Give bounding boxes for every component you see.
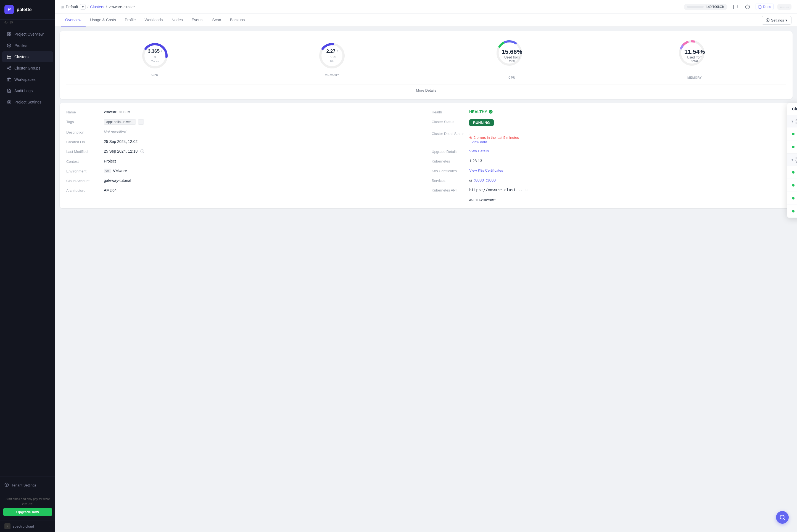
mem-donut-small: 2.27 / 16.25 Gb: [317, 41, 347, 71]
sidebar-item-audit-logs[interactable]: Audit Logs: [2, 85, 53, 96]
tab-scan[interactable]: Scan: [208, 14, 225, 26]
desc-label: Description: [66, 130, 99, 134]
svg-rect-1: [10, 33, 11, 34]
env-label: Environment: [66, 169, 99, 173]
chevron-down-icon: ▾: [792, 158, 793, 162]
cloud-value: gateway-tutorial: [104, 178, 131, 183]
docs-button[interactable]: Docs: [756, 4, 774, 10]
settings-label: Settings: [771, 18, 784, 22]
overview-metrics-section: 3.365 / 8 Cores CPU: [60, 31, 793, 99]
sidebar-item-label: Tenant Settings: [12, 483, 36, 487]
sidebar-item-cluster-groups[interactable]: Cluster Groups: [2, 63, 53, 74]
spectro-logo-icon: S: [4, 523, 11, 529]
detail-env-row: Environment vm VMware: [66, 169, 421, 173]
upgrade-section: Start small and only pay for what you us…: [0, 494, 55, 520]
copy-icon[interactable]: ⊕: [524, 188, 528, 192]
view-data-link[interactable]: View data: [471, 140, 487, 144]
env-value-container: vm VMware: [104, 169, 127, 173]
sidebar-item-profiles[interactable]: Profiles: [2, 40, 53, 51]
name-value: vmware-cluster: [104, 110, 130, 114]
addon-profile-type: ADDON PROFILE TF-VMWARE-PROFILE: [795, 118, 797, 125]
expand-icon[interactable]: ›: [469, 131, 471, 135]
profile-hello-universe[interactable]: 🚀 Hello Universe 1.2.0 ›: [787, 128, 797, 140]
upgrade-button[interactable]: Upgrade now: [3, 508, 52, 516]
tab-workloads[interactable]: Workloads: [140, 14, 167, 26]
workspace-dropdown[interactable]: ▾: [80, 4, 86, 10]
tab-nodes[interactable]: Nodes: [167, 14, 187, 26]
detail-status-container: › ⊗ 2 errors in the last 5 minutes View …: [469, 131, 519, 144]
cpu-value: 3.365: [148, 49, 160, 54]
info-icon[interactable]: ⓘ: [140, 149, 144, 153]
api-value: https://vmware-clust...: [469, 188, 523, 192]
sidebar-item-clusters[interactable]: Clusters: [2, 51, 53, 62]
logo-text: palette: [17, 7, 32, 13]
spectro-name: spectro cloud: [13, 524, 34, 528]
profile-vsphere-csi[interactable]: vm vSphere CSI 3.1.2 ›: [787, 166, 797, 179]
clusters-breadcrumb[interactable]: Clusters: [90, 5, 104, 9]
upgrade-link[interactable]: View Details: [469, 149, 489, 153]
detail-arch-row: Architecture AMD64: [66, 188, 421, 193]
briefcase-icon: [7, 77, 12, 82]
port1-link[interactable]: :8080: [474, 178, 484, 183]
sidebar-item-label: Profiles: [14, 43, 28, 48]
sidebar-item-label: Workspaces: [14, 77, 36, 82]
sidebar-item-project-settings[interactable]: Project Settings: [2, 97, 53, 108]
infra-profile-header[interactable]: ▾ INFRASTRUCTURE PROFILE TF-VMWARE-PROFI…: [787, 154, 797, 166]
created-value: 25 Sep 2024, 12:02: [104, 139, 138, 144]
sidebar-item-tenant-settings[interactable]: Tenant Settings: [2, 480, 53, 490]
detail-tags-row: Tags app: hello-univer... +: [66, 119, 421, 125]
detail-desc-row: Description Not specified.: [66, 130, 421, 134]
quota-bar: [687, 6, 704, 8]
arch-value: AMD64: [104, 188, 117, 192]
profiles-panel-header: Cluster Profiles: [787, 103, 797, 115]
context-value: Project: [104, 159, 116, 163]
port2-link[interactable]: :3000: [486, 178, 496, 183]
services-ui: ui: [469, 178, 472, 183]
more-details-link[interactable]: More Details: [66, 84, 786, 92]
profile-ubuntu[interactable]: 🐧 Ubuntu 22.04 ›: [787, 205, 797, 218]
settings-icon: [7, 100, 12, 104]
tags-label: Tags: [66, 119, 99, 124]
mem-small-label: MEMORY: [325, 73, 339, 76]
admin-value: admin.vmware-: [469, 197, 496, 202]
sidebar-item-project-overview[interactable]: Project Overview: [2, 29, 53, 40]
k8s-cert-link[interactable]: View K8s Certificates: [469, 168, 503, 172]
chevron-down-icon: ▾: [792, 119, 793, 124]
detail-cluster-detail-status-row: Cluster Detail Status › ⊗ 2 errors in th…: [432, 131, 786, 144]
topbar-right: 1.49/100kCh Docs ••••••••: [684, 3, 792, 11]
search-fab-button[interactable]: [776, 511, 789, 524]
health-label: Health: [432, 110, 465, 114]
tags-container: app: hello-univer... +: [104, 119, 144, 125]
user-menu[interactable]: ••••••••: [777, 4, 792, 10]
profile-palette-k8s[interactable]: ✳️ Palette eXtended Kubernetes 1.28.13 ›: [787, 192, 797, 205]
sidebar-item-label: Audit Logs: [14, 89, 33, 93]
addon-profile-header[interactable]: ▾ ADDON PROFILE TF-VMWARE-PROFILE 🔗 PROJ: [787, 115, 797, 128]
content-area: 3.365 / 8 Cores CPU: [55, 27, 797, 532]
tab-events[interactable]: Events: [187, 14, 208, 26]
tab-overview[interactable]: Overview: [61, 14, 86, 26]
detail-name-row: Name vmware-cluster: [66, 110, 421, 114]
settings-button[interactable]: Settings ▾: [762, 16, 792, 24]
svg-line-12: [8, 69, 10, 69]
mem-used-label: Used from total: [684, 55, 705, 63]
services-container: ui :8080 :3000: [469, 178, 496, 183]
sidebar-item-workspaces[interactable]: Workspaces: [2, 74, 53, 85]
svg-line-13: [8, 67, 10, 68]
cpu-percent-center: 15.66% Used from total: [502, 48, 522, 63]
mem-percent-gauge: 11.54% Used from total MEMORY: [676, 38, 712, 79]
help-icon-button[interactable]: [743, 3, 752, 11]
chat-icon-button[interactable]: [731, 3, 740, 11]
profile-metallb[interactable]: ⚙️ MetalLB (Helm) 0.14.8 ›: [787, 140, 797, 153]
sidebar-nav: Project Overview Profiles Clusters Clust…: [0, 26, 55, 477]
error-badge: ⊗ 2 errors in the last 5 minutes: [469, 135, 519, 140]
svg-rect-5: [7, 55, 11, 56]
tab-backups[interactable]: Backups: [225, 14, 249, 26]
profile-calico[interactable]: 🦀 Calico 3.27.2 ›: [787, 179, 797, 192]
tab-profile[interactable]: Profile: [121, 14, 140, 26]
detail-modified-row: Last Modified 25 Sep 2024, 12:18 ⓘ: [66, 149, 421, 154]
collapse-icon[interactable]: ‹: [50, 524, 51, 528]
mem-percent-donut: 11.54% Used from total: [676, 38, 712, 74]
detail-status-label: Cluster Detail Status: [432, 131, 465, 136]
svg-rect-14: [7, 79, 11, 81]
tab-usage-costs[interactable]: Usage & Costs: [86, 14, 120, 26]
